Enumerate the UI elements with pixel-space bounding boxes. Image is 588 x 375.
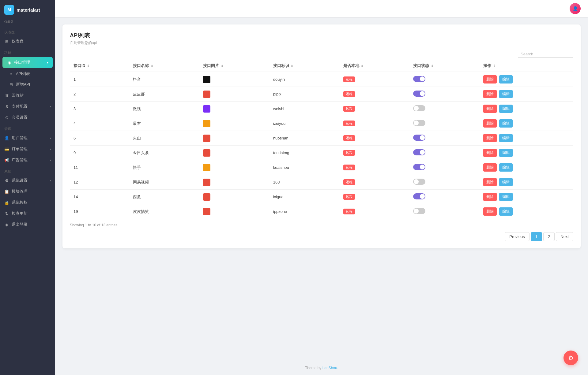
cell-icon [199,87,270,102]
edit-button[interactable]: 编辑 [499,163,513,172]
cell-id: 12 [70,175,129,190]
delete-button[interactable]: 删除 [483,134,497,142]
status-toggle[interactable] [413,91,425,97]
edit-button[interactable]: 编辑 [499,75,513,84]
edit-button[interactable]: 编辑 [499,178,513,186]
cell-name: 火山 [129,131,199,146]
delete-button[interactable]: 删除 [483,119,497,128]
table-row: 1 抖音 douyin 远程 删除 编辑 [70,72,573,87]
cell-id: 14 [70,190,129,204]
app-icon [203,120,210,127]
status-toggle[interactable] [413,120,425,126]
sidebar-item-label: 仪表盘 [12,39,24,44]
sidebar-item-user-manage[interactable]: 👤 用户管理 › [0,132,55,143]
sidebar-item-check-update[interactable]: ↻ 检查更新 [0,208,55,219]
status-toggle[interactable] [413,164,425,170]
member-icon: ⊙ [4,115,9,120]
sidebar-subtitle: 仪表盘 [0,20,55,26]
table-row: 3 微视 weishi 远程 删除 编辑 [70,102,573,116]
sidebar-item-label: 回收站 [12,93,24,98]
edit-button[interactable]: 编辑 [499,134,513,142]
sort-icon-icon: ⇕ [221,64,223,68]
cell-action: 删除 编辑 [480,146,573,160]
edit-button[interactable]: 编辑 [499,193,513,201]
section-label-manage: 管理 [0,123,55,132]
sidebar-item-label: 接口管理 [14,60,30,65]
pagination-previous[interactable]: Previous [505,232,530,241]
cell-icon [199,72,270,87]
pagination-page-2[interactable]: 2 [543,232,555,241]
edit-button[interactable]: 编辑 [499,149,513,157]
toggle-knob [420,150,425,155]
api-list-icon: ▪ [9,72,13,76]
col-icon: 接口图片 ⇕ [199,60,270,72]
delete-button[interactable]: 删除 [483,178,497,186]
cell-name: 今日头条 [129,146,199,160]
table-header-row: 接口ID ⇕ 接口名称 ⇕ 接口图片 ⇕ 接口标识 [70,60,573,72]
toggle-knob [414,179,419,184]
table-row: 12 网易视频 163 远程 删除 编辑 [70,175,573,190]
chevron-right-icon-2: › [50,136,51,140]
delete-button[interactable]: 删除 [483,193,497,201]
sidebar-item-api-manage[interactable]: ◉ 接口管理 ▾ [2,57,53,68]
delete-button[interactable]: 删除 [483,149,497,157]
status-toggle[interactable] [413,105,425,111]
edit-button[interactable]: 编辑 [499,105,513,113]
sidebar-item-label: 会员设置 [12,115,28,120]
cell-action: 删除 编辑 [480,204,573,219]
cell-status [409,146,480,160]
status-toggle[interactable] [413,193,425,199]
toggle-knob [414,106,419,111]
sidebar-item-dashboard[interactable]: ⊞ 仪表盘 [0,36,55,47]
sidebar-item-logout[interactable]: ◈ 退出登录 [0,219,55,230]
fab-icon: ⚙ [568,354,574,362]
pagination-page-1[interactable]: 1 [531,232,542,241]
logout-icon: ◈ [4,222,9,227]
delete-button[interactable]: 删除 [483,163,497,172]
settings-icon: ⚙ [4,178,9,183]
search-input[interactable] [518,50,573,58]
status-toggle[interactable] [413,149,425,155]
status-toggle[interactable] [413,179,425,185]
local-badge: 远程 [343,150,355,156]
sidebar-item-payment[interactable]: $ 支付配置 › [0,101,55,112]
cell-local: 远程 [340,116,410,131]
delete-button[interactable]: 删除 [483,90,497,98]
fab-button[interactable]: ⚙ [564,351,578,365]
edit-button[interactable]: 编辑 [499,207,513,216]
sidebar-item-sys-auth[interactable]: 🔒 系统授权 [0,197,55,208]
sidebar-item-api-list[interactable]: ▪ API列表 [0,69,55,79]
cell-status [409,87,480,102]
logo-text: materialart [17,7,40,13]
sidebar-item-order-manage[interactable]: 💳 订单管理 › [0,143,55,154]
section-label-function: 功能 [0,47,55,56]
pagination-next[interactable]: Next [556,232,573,241]
avatar[interactable]: 👤 [570,3,581,14]
edit-button[interactable]: 编辑 [499,90,513,98]
edit-button[interactable]: 编辑 [499,119,513,128]
sidebar-item-module-manage[interactable]: 📋 模块管理 [0,186,55,197]
cell-local: 远程 [340,102,410,116]
status-toggle[interactable] [413,135,425,141]
app-icon [203,76,210,83]
status-toggle[interactable] [413,208,425,214]
footer-link[interactable]: LanShou. [322,366,338,370]
auth-icon: 🔒 [4,200,9,205]
pagination: Previous 1 2 Next [70,232,573,241]
sidebar-item-label: 订单管理 [12,146,28,152]
local-badge: 远程 [343,194,355,200]
cell-name: 微视 [129,102,199,116]
sidebar-item-label: 新增API [16,82,30,87]
status-toggle[interactable] [413,76,425,82]
cell-name: 抖音 [129,72,199,87]
sidebar-item-ad-manage[interactable]: 📢 广告管理 › [0,154,55,165]
delete-button[interactable]: 删除 [483,75,497,84]
sidebar-item-member[interactable]: ⊙ 会员设置 [0,112,55,123]
delete-button[interactable]: 删除 [483,207,497,216]
api-manage-icon: ◉ [7,60,12,65]
sidebar-item-sys-settings[interactable]: ⚙ 系统设置 › [0,175,55,186]
cell-tag: weishi [270,102,340,116]
sidebar-item-recycle[interactable]: 🗑 回收站 [0,90,55,101]
delete-button[interactable]: 删除 [483,105,497,113]
sidebar-item-add-api[interactable]: ⊟ 新增API [0,79,55,90]
